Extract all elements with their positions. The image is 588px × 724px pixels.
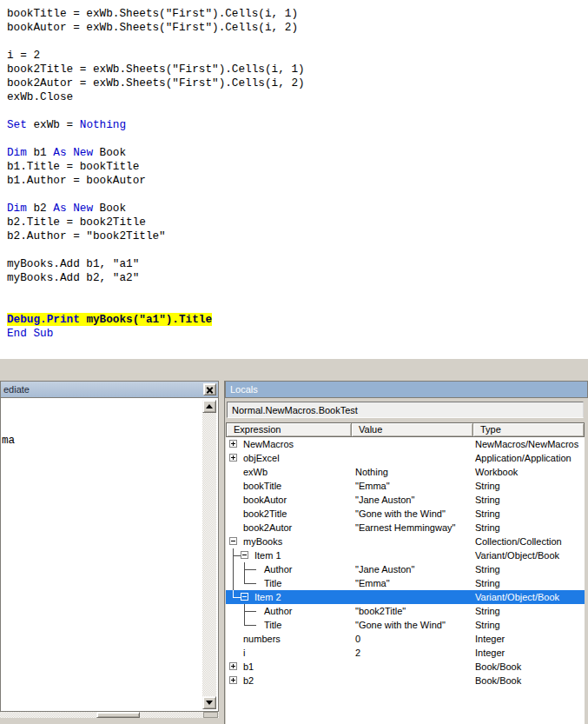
code-line[interactable] [7,285,588,299]
immediate-close-button[interactable] [203,383,216,395]
code-line[interactable]: book2Autor = exWb.Sheets("First").Cells(… [7,76,588,90]
code-text: Set [7,118,27,131]
locals-expression: numbers [243,634,281,644]
code-line[interactable]: myBooks.Add b1, "a1" [7,257,588,271]
locals-type: Integer [475,634,505,644]
code-line[interactable]: i = 2 [7,49,588,63]
code-line[interactable]: Dim b2 As New Book [7,202,588,216]
locals-row[interactable]: book2Title"Gone with the Wind"String [226,507,585,521]
code-line[interactable] [7,299,588,313]
code-area[interactable]: bookTitle = exWb.Sheets("First").Cells(i… [0,7,588,341]
code-line[interactable]: b1.Title = bookTitle [7,160,588,174]
locals-value: "Gone with the Wind" [355,508,446,519]
locals-row[interactable]: NewMacrosNewMacros/NewMacros [226,437,585,451]
code-line[interactable]: book2Title = exWb.Sheets("First").Cells(… [7,63,588,76]
code-line[interactable]: bookTitle = exWb.Sheets("First").Cells(i… [7,7,588,21]
locals-type: String [475,508,500,519]
locals-expression: i [243,648,245,658]
code-line[interactable] [7,243,588,257]
code-line[interactable]: b2.Title = book2Title [7,216,588,229]
code-line[interactable] [7,132,588,146]
code-text: Dim [7,146,27,159]
locals-row[interactable]: bookAutor"Jane Auston"String [226,493,585,507]
locals-expression: bookAutor [243,495,287,505]
code-line[interactable]: b2.Author = "book2Title" [7,229,588,243]
code-line[interactable]: Set exWb = Nothing [7,118,588,132]
locals-titlebar[interactable]: Locals [225,381,588,398]
locals-table[interactable]: NewMacrosNewMacros/NewMacrosobjExcelAppl… [226,437,585,724]
locals-row[interactable]: book2Autor"Earnest Hemmingway"String [226,521,585,535]
code-text: Dim [7,202,27,215]
locals-type: Workbook [475,467,518,477]
immediate-output-area[interactable]: ma [0,398,219,712]
code-text: Nothing [80,118,126,131]
code-line[interactable] [7,104,588,118]
immediate-title: ediate [3,384,30,395]
locals-value: "book2Title" [355,606,406,616]
code-text [7,188,14,201]
expand-icon[interactable] [229,662,237,670]
code-line[interactable]: End Sub [7,327,588,341]
code-line[interactable]: Debug.Print myBooks("a1").Title [7,313,588,327]
locals-expression: book2Title [243,508,287,519]
expand-icon[interactable] [229,440,237,448]
locals-expression: Item 2 [254,592,281,602]
code-line[interactable]: myBooks.Add b2, "a2" [7,271,588,285]
immediate-hscrollbar-thumb[interactable] [96,712,140,718]
locals-row[interactable]: Title"Emma"String [226,576,585,590]
locals-row[interactable]: numbers0Integer [226,632,585,646]
locals-expression: objExcel [243,453,280,463]
code-text: i = 2 [7,49,40,62]
locals-row[interactable]: objExcelApplication/Application [226,451,585,465]
locals-row[interactable]: i2Integer [226,646,585,660]
immediate-vertical-scrollbar[interactable] [202,400,216,709]
code-text: b1.Title = bookTitle [7,160,139,173]
immediate-window: ediate ma [0,381,219,718]
code-line[interactable] [7,188,588,202]
vba-editor: bookTitle = exWb.Sheets("First").Cells(i… [0,0,588,724]
locals-row[interactable]: Item 1Variant/Object/Book [226,548,585,562]
collapse-icon[interactable] [241,593,248,601]
locals-row[interactable]: exWbNothingWorkbook [226,465,585,479]
tree-line [233,576,234,590]
expand-icon[interactable] [229,676,237,684]
code-text: b2.Title = book2Title [7,216,146,229]
locals-row[interactable]: b2Book/Book [226,674,585,687]
locals-row[interactable]: b1Book/Book [226,660,585,674]
locals-row[interactable]: Title"Gone with the Wind"String [226,618,585,632]
locals-expression: book2Autor [243,522,292,533]
code-text: book2Autor = exWb.Sheets("First").Cells(… [7,76,305,90]
locals-value: "Earnest Hemmingway" [355,522,455,533]
code-line[interactable]: b1.Author = bookAutor [7,174,588,188]
code-line[interactable]: exWb.Close [7,90,588,104]
tree-line [234,555,241,556]
locals-type: String [475,620,500,630]
locals-row[interactable]: Author"Jane Auston"String [226,562,585,576]
code-text: As New [53,146,93,159]
locals-context-field: Normal.NewMacros.BookTest [227,402,584,418]
locals-row[interactable]: bookTitle"Emma"String [226,479,585,493]
code-line[interactable]: Dim b1 As New Book [7,146,588,160]
execution-highlight: Debug.Print myBooks("a1").Title [7,313,212,326]
locals-row[interactable]: myBooksCollection/Collection [226,535,585,548]
scroll-up-button[interactable] [202,400,216,413]
locals-expression: exWb [243,467,268,477]
code-line[interactable]: bookAutor = exWb.Sheets("First").Cells(i… [7,21,588,35]
collapse-icon[interactable] [229,537,237,545]
immediate-titlebar[interactable]: ediate [0,381,219,398]
collapse-icon[interactable] [241,551,248,559]
immediate-horizontal-scrollbar[interactable] [0,712,219,718]
code-text: myBooks.Add b1, "a1" [7,257,139,270]
locals-row[interactable]: Item 2Variant/Object/Book [226,590,585,604]
locals-value: 0 [355,634,360,644]
column-header-value: Value [352,423,473,436]
code-text: bookTitle = exWb.Sheets("First").Cells(i… [7,7,298,20]
code-text: book2Title = exWb.Sheets("First").Cells(… [7,63,305,76]
locals-row[interactable]: Author"book2Title"String [226,604,585,618]
code-text [7,285,14,298]
locals-type: String [475,481,500,491]
expand-icon[interactable] [229,454,237,462]
code-line[interactable] [7,35,588,49]
locals-type: String [475,564,500,575]
scroll-down-button[interactable] [202,696,216,709]
